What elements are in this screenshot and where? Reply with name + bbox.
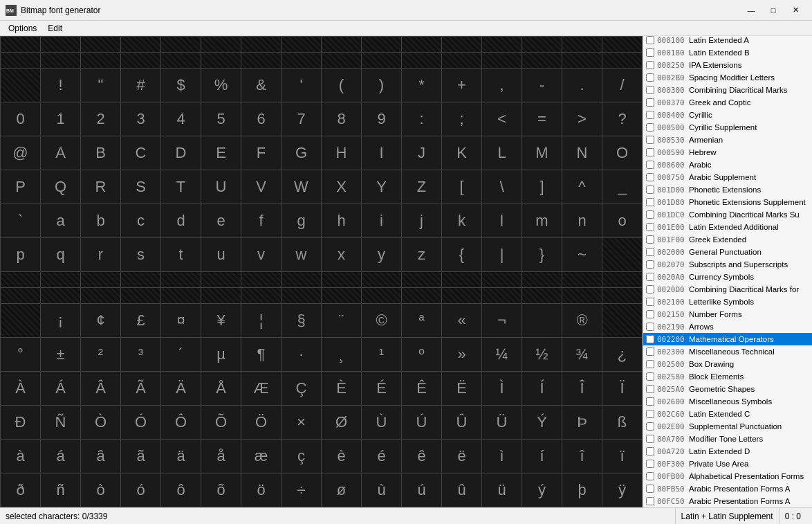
- char-cell[interactable]: %: [201, 69, 241, 102]
- char-cell[interactable]: .: [562, 69, 602, 102]
- char-cell[interactable]: õ: [201, 473, 241, 507]
- sidebar-item[interactable]: 000530Armenian: [643, 134, 812, 146]
- char-cell[interactable]: ç: [282, 440, 322, 473]
- sidebar-item[interactable]: 000300Combining Diacritical Marks: [643, 84, 812, 96]
- sidebar-item[interactable]: 002200Mathematical Operators: [643, 333, 812, 345]
- sidebar-item[interactable]: 0025A0Geometric Shapes: [643, 383, 812, 395]
- sidebar-item[interactable]: 000750Arabic Supplement: [643, 171, 812, 183]
- sidebar-checkbox[interactable]: [646, 123, 654, 132]
- char-cell[interactable]: p: [1, 238, 41, 272]
- char-cell[interactable]: ú: [402, 473, 442, 507]
- menu-options[interactable]: Options: [3, 22, 42, 35]
- char-cell[interactable]: 6: [241, 102, 282, 136]
- char-cell[interactable]: Z: [402, 170, 442, 204]
- sidebar-item[interactable]: 002070Subscripts and Superscripts: [643, 258, 812, 271]
- sidebar-checkbox[interactable]: [646, 460, 654, 468]
- char-cell[interactable]: ): [362, 69, 402, 102]
- char-cell[interactable]: [: [442, 170, 482, 204]
- char-cell[interactable]: i: [362, 204, 402, 238]
- char-cell[interactable]: x: [322, 238, 362, 272]
- char-cell[interactable]: ¡: [41, 304, 81, 338]
- char-cell[interactable]: æ: [241, 440, 282, 473]
- char-cell[interactable]: ë: [442, 440, 482, 473]
- char-cell[interactable]: ,: [482, 69, 522, 102]
- sidebar-checkbox[interactable]: [646, 298, 654, 306]
- char-cell[interactable]: 2: [81, 102, 121, 136]
- sidebar-checkbox[interactable]: [646, 335, 654, 343]
- sidebar-item[interactable]: 001E00Latin Extended Additional: [643, 221, 812, 233]
- char-cell[interactable]: !: [41, 69, 81, 102]
- char-cell[interactable]: B: [81, 136, 121, 170]
- char-cell[interactable]: ¢: [81, 304, 121, 338]
- char-cell[interactable]: ´: [161, 338, 201, 372]
- sidebar-item[interactable]: 00FB50Arabic Presentation Forms A: [643, 482, 812, 495]
- char-cell[interactable]: }: [522, 238, 562, 272]
- char-cell[interactable]: ±: [41, 338, 81, 372]
- sidebar-item[interactable]: 002580Block Elements: [643, 370, 812, 383]
- char-cell[interactable]: ÿ: [602, 473, 643, 507]
- char-cell[interactable]: Ù: [362, 406, 402, 440]
- char-cell[interactable]: (: [322, 69, 362, 102]
- char-cell[interactable]: Ï: [602, 372, 643, 406]
- char-cell[interactable]: é: [362, 440, 402, 473]
- sidebar-item[interactable]: 001F00Greek Extended: [643, 233, 812, 246]
- char-cell[interactable]: Ä: [161, 372, 201, 406]
- char-cell[interactable]: o: [602, 204, 643, 238]
- char-cell[interactable]: C: [121, 136, 161, 170]
- char-cell[interactable]: £: [121, 304, 161, 338]
- char-cell[interactable]: &: [241, 69, 282, 102]
- char-cell[interactable]: ý: [522, 473, 562, 507]
- char-cell[interactable]: ß: [602, 406, 643, 440]
- char-cell[interactable]: û: [442, 473, 482, 507]
- char-cell[interactable]: ð: [1, 473, 41, 507]
- sidebar-item[interactable]: 000100Latin Extended A: [643, 36, 812, 46]
- char-cell[interactable]: Å: [201, 372, 241, 406]
- sidebar-item[interactable]: 002190Arrows: [643, 320, 812, 333]
- char-cell[interactable]: :: [402, 102, 442, 136]
- char-cell[interactable]: ø: [322, 473, 362, 507]
- char-cell[interactable]: f: [241, 204, 282, 238]
- sidebar-item[interactable]: 000250IPA Extensions: [643, 59, 812, 71]
- char-cell[interactable]: Ó: [121, 406, 161, 440]
- char-cell[interactable]: e: [201, 204, 241, 238]
- char-cell[interactable]: Î: [562, 372, 602, 406]
- sidebar-item[interactable]: 00A720Latin Extended D: [643, 445, 812, 458]
- sidebar-checkbox[interactable]: [646, 36, 654, 44]
- char-cell[interactable]: ]: [522, 170, 562, 204]
- char-cell[interactable]: ù: [362, 473, 402, 507]
- char-cell[interactable]: À: [1, 372, 41, 406]
- char-cell[interactable]: c: [121, 204, 161, 238]
- char-cell[interactable]: +: [442, 69, 482, 102]
- char-cell[interactable]: Á: [41, 372, 81, 406]
- char-cell[interactable]: ~: [562, 238, 602, 272]
- char-cell[interactable]: ì: [482, 440, 522, 473]
- char-cell[interactable]: N: [562, 136, 602, 170]
- char-cell[interactable]: §: [282, 304, 322, 338]
- char-cell[interactable]: 5: [201, 102, 241, 136]
- char-cell[interactable]: S: [121, 170, 161, 204]
- sidebar-checkbox[interactable]: [646, 86, 654, 94]
- menu-edit[interactable]: Edit: [42, 22, 68, 35]
- char-cell[interactable]: 3: [121, 102, 161, 136]
- char-cell[interactable]: È: [322, 372, 362, 406]
- sidebar-item[interactable]: 002000General Punctuation: [643, 246, 812, 258]
- sidebar-item[interactable]: 000500Cyrillic Supplement: [643, 121, 812, 134]
- char-cell[interactable]: Æ: [241, 372, 282, 406]
- char-cell[interactable]: ÷: [282, 473, 322, 507]
- char-cell[interactable]: þ: [562, 473, 602, 507]
- sidebar-checkbox[interactable]: [646, 186, 654, 194]
- char-cell[interactable]: ®: [562, 304, 602, 338]
- char-cell[interactable]: b: [81, 204, 121, 238]
- char-cell[interactable]: ª: [402, 304, 442, 338]
- sidebar-item[interactable]: 002300Miscellaneous Technical: [643, 345, 812, 358]
- close-button[interactable]: ✕: [784, 3, 806, 17]
- char-cell[interactable]: u: [201, 238, 241, 272]
- char-cell[interactable]: »: [442, 338, 482, 372]
- char-cell[interactable]: =: [522, 102, 562, 136]
- sidebar-item[interactable]: 0020D0Combining Diacritical Marks for: [643, 283, 812, 296]
- char-cell[interactable]: Ñ: [41, 406, 81, 440]
- char-cell[interactable]: U: [201, 170, 241, 204]
- char-cell[interactable]: Û: [442, 406, 482, 440]
- char-cell[interactable]: Ö: [241, 406, 282, 440]
- char-cell[interactable]: ;: [442, 102, 482, 136]
